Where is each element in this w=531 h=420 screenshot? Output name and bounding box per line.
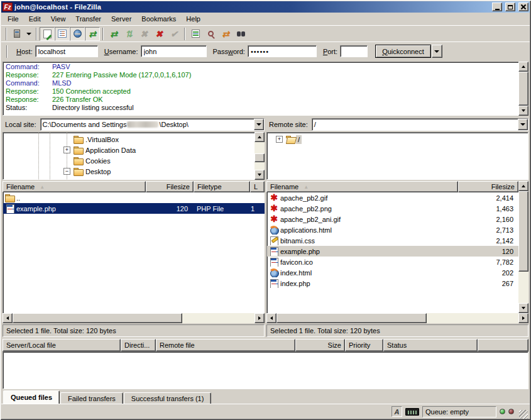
scroll-down-button[interactable] — [518, 303, 528, 313]
tree-item-virtualbox[interactable]: .VirtualBox — [3, 134, 255, 145]
column-header-filesize[interactable]: Filesize — [458, 181, 518, 192]
file-row[interactable]: apache_pb2.gif2,414 — [267, 192, 518, 203]
minimize-button[interactable] — [492, 3, 502, 11]
transfer-type-indicator-icon[interactable]: A — [391, 406, 402, 417]
local-tree: .VirtualBox + Application Data Cookies — [3, 132, 265, 180]
close-button[interactable] — [518, 3, 528, 11]
remote-panel: Remote site: / + / — [266, 118, 528, 337]
scroll-up-button[interactable] — [518, 62, 528, 72]
local-path-dropdown[interactable] — [254, 119, 264, 130]
tree-item-cookies[interactable]: Cookies — [3, 155, 255, 166]
remote-list-scrollbar[interactable] — [518, 181, 528, 313]
tab-successful-transfers[interactable]: Successful transfers (1) — [124, 392, 212, 404]
expand-icon[interactable]: + — [276, 136, 283, 143]
scroll-left-button[interactable] — [3, 313, 13, 323]
maximize-button[interactable] — [505, 3, 515, 11]
remote-path-value: / — [312, 119, 518, 130]
menu-help[interactable]: Help — [181, 14, 205, 24]
tab-failed-transfers[interactable]: Failed transfers — [60, 392, 123, 404]
menu-edit[interactable]: Edit — [24, 14, 46, 24]
column-header-status[interactable]: Status — [383, 339, 478, 351]
remote-path-dropdown[interactable] — [518, 119, 528, 130]
file-row[interactable]: favicon.ico7,782 — [267, 257, 518, 267]
scroll-up-button[interactable] — [255, 132, 265, 142]
remote-path-combo[interactable]: / — [312, 118, 528, 131]
scroll-down-button[interactable] — [255, 170, 265, 180]
column-header-filename[interactable]: Filename▲ — [266, 181, 458, 192]
menu-file[interactable]: File — [3, 14, 24, 24]
collapse-icon[interactable]: − — [63, 168, 70, 175]
site-manager-dropdown[interactable] — [25, 27, 33, 41]
scroll-up-button[interactable] — [518, 181, 528, 191]
username-input[interactable] — [141, 45, 207, 57]
toggle-local-tree-button[interactable] — [55, 27, 70, 41]
scroll-left-button[interactable] — [266, 313, 276, 323]
chevron-down-icon — [434, 50, 439, 53]
tree-item-root[interactable]: + / — [267, 134, 528, 145]
tab-queued-files[interactable]: Queued files — [3, 390, 60, 404]
reconnect-button[interactable]: ✔ — [167, 27, 182, 41]
menu-transfer[interactable]: Transfer — [70, 14, 106, 24]
expand-icon[interactable]: + — [63, 146, 70, 153]
column-header-direction[interactable]: Directi... — [121, 339, 156, 351]
column-header-lastmodified[interactable]: L — [250, 181, 265, 192]
column-header-priority[interactable]: Priority — [345, 339, 383, 351]
scroll-down-button[interactable] — [518, 106, 528, 116]
menu-bar: File Edit View Transfer Server Bookmarks… — [1, 13, 530, 25]
process-queue-button[interactable]: ⇅ — [121, 27, 136, 41]
cancel-operation-button[interactable]: ✖ — [136, 27, 151, 41]
port-input[interactable] — [340, 45, 368, 57]
column-header-filesize[interactable]: Filesize — [146, 181, 194, 192]
password-input[interactable] — [248, 45, 317, 57]
file-row[interactable]: index.html202 — [267, 267, 518, 278]
quickconnect-dropdown[interactable] — [432, 45, 442, 58]
tree-item-application-data[interactable]: + Application Data — [3, 145, 255, 155]
local-panel: Local site: C:\Documents and Settings\De… — [3, 118, 265, 337]
reconnect-icon: ✔ — [170, 30, 178, 38]
file-icon — [269, 194, 279, 202]
file-row-example-php-selected[interactable]: example.php 120 PHP File 1 — [3, 203, 265, 214]
menu-server[interactable]: Server — [106, 14, 136, 24]
file-row-parent-dir[interactable]: .. — [3, 192, 265, 203]
column-header-size[interactable]: Size — [295, 339, 345, 351]
menu-bookmarks[interactable]: Bookmarks — [136, 14, 181, 24]
scroll-right-button[interactable] — [255, 313, 265, 323]
site-manager-button[interactable] — [9, 27, 25, 41]
filezilla-window: Fz john@localhost - FileZilla File Edit … — [0, 0, 531, 420]
toggle-remote-tree-button[interactable] — [70, 27, 85, 41]
file-row[interactable]: bitnami.css2,142 — [267, 235, 518, 246]
remote-list-hscrollbar[interactable] — [266, 313, 528, 323]
sync-browsing-button[interactable]: ⇄ — [218, 27, 233, 41]
column-header-remote-file[interactable]: Remote file — [156, 339, 295, 351]
host-input[interactable] — [35, 45, 98, 57]
find-files-button[interactable] — [233, 27, 248, 41]
disconnect-button[interactable]: ✖ — [151, 27, 167, 41]
file-row[interactable]: apache_pb2_ani.gif2,160 — [267, 214, 518, 224]
tree-item-desktop[interactable]: − Desktop — [3, 166, 255, 177]
local-tree-scrollbar[interactable] — [255, 132, 265, 180]
toolbar-separator — [36, 28, 37, 40]
compare-button[interactable] — [203, 27, 218, 41]
menu-view[interactable]: View — [46, 14, 71, 24]
encryption-indicator-icon[interactable] — [405, 408, 419, 416]
filter-button[interactable] — [188, 27, 203, 41]
file-row[interactable]: apache_pb2.png1,463 — [267, 203, 518, 214]
log-line: Response:227 Entering Passive Mode (127,… — [6, 71, 516, 79]
local-list-hscrollbar[interactable] — [3, 313, 265, 323]
column-header-filetype[interactable]: Filetype — [194, 181, 250, 192]
queue-list[interactable] — [3, 351, 528, 389]
column-header-filename[interactable]: Filename▲ — [3, 181, 146, 192]
column-header-server-local-file[interactable]: Server/Local file — [3, 339, 121, 351]
resize-grip[interactable] — [519, 410, 528, 419]
local-path-combo[interactable]: C:\Documents and Settings\Desktop\ — [40, 118, 265, 131]
quickconnect-button[interactable]: Quickconnect — [375, 45, 431, 58]
file-row[interactable]: index.php267 — [267, 278, 518, 289]
toggle-message-log-button[interactable] — [40, 27, 55, 41]
scroll-right-button[interactable] — [518, 313, 528, 323]
chevron-down-icon — [26, 33, 31, 35]
log-scrollbar[interactable] — [518, 62, 528, 116]
refresh-button[interactable]: ⇄ — [106, 27, 121, 41]
file-row[interactable]: applications.html2,713 — [267, 224, 518, 235]
file-row-example-php-selected[interactable]: example.php120 — [267, 246, 518, 257]
toggle-queue-button[interactable]: ⇄ — [85, 27, 100, 41]
